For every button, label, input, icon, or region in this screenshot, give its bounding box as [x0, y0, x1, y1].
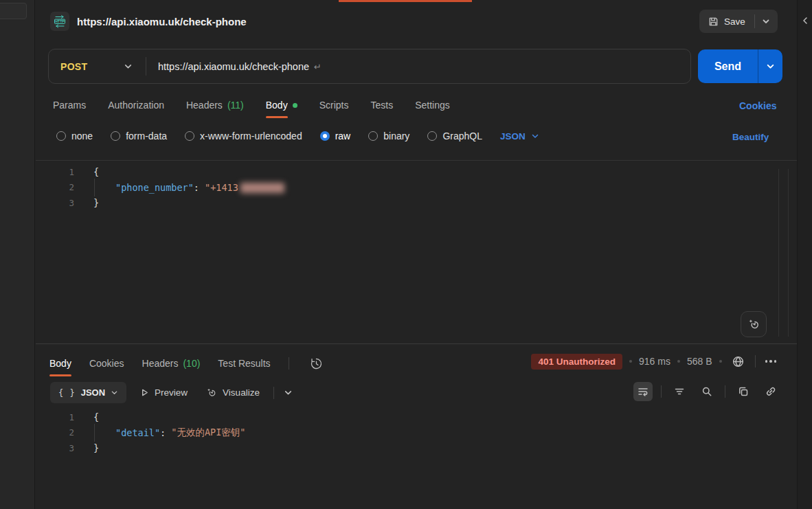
play-icon [140, 388, 149, 397]
response-tab-test-results[interactable]: Test Results [218, 358, 270, 369]
right-rail [797, 0, 812, 509]
radio-icon [56, 131, 66, 141]
tab-headers[interactable]: Headers(11) [186, 100, 244, 111]
response-history-button[interactable] [307, 354, 326, 373]
api-client-window: HTTP https://api.xiaomu.uk/check-phone S… [0, 0, 812, 509]
svg-text:HTTP: HTTP [55, 19, 65, 23]
response-tab-headers[interactable]: Headers(10) [142, 358, 201, 369]
copy-icon [738, 386, 749, 397]
body-type-urlencoded[interactable]: x-www-form-urlencoded [185, 131, 302, 142]
chevron-down-icon [766, 62, 775, 71]
body-type-none[interactable]: none [56, 131, 93, 142]
chevron-down-icon [531, 132, 539, 140]
network-info-button[interactable] [729, 352, 748, 371]
code-line: 2 "detail": "无效的API密钥" [36, 425, 797, 441]
tab-scripts[interactable]: Scripts [319, 100, 349, 111]
response-tab-body[interactable]: Body [49, 358, 71, 369]
body-type-binary[interactable]: binary [368, 131, 409, 142]
active-tab-indicator [339, 0, 472, 2]
body-type-raw[interactable]: raw [320, 131, 351, 142]
indent-guide [93, 425, 115, 441]
response-format-select[interactable]: { } JSON [50, 382, 126, 403]
beautify-link[interactable]: Beautify [732, 132, 769, 142]
body-content-dot [293, 103, 297, 108]
response-size[interactable]: 568 B [687, 356, 712, 367]
search-icon [701, 386, 712, 397]
response-body-editor[interactable]: 1 { 2 "detail": "无效的API密钥" 3 } [36, 409, 797, 456]
save-button-label: Save [724, 16, 745, 27]
method-label: POST [60, 61, 87, 72]
save-button-group: Save [699, 10, 778, 33]
code-line: 3 } [36, 440, 797, 456]
tab-params[interactable]: Params [53, 100, 86, 111]
tab-settings[interactable]: Settings [415, 100, 450, 111]
response-status-cluster: 401 Unauthorized 916 ms 568 B [531, 352, 779, 371]
history-clock-icon [309, 357, 324, 371]
divider [755, 355, 756, 367]
enter-key-hint: ↵ [314, 62, 322, 72]
visualize-button[interactable]: Visualize [201, 387, 264, 398]
status-badge[interactable]: 401 Unauthorized [531, 354, 622, 370]
response-toolbar: { } JSON Preview Visualize [50, 382, 293, 403]
tab-authorization[interactable]: Authorization [108, 100, 164, 111]
code-line: 1 { [36, 409, 797, 425]
separator-dot [629, 360, 632, 363]
more-formats-chevron-icon[interactable] [284, 388, 293, 397]
collapse-panel-arrow-icon[interactable] [801, 16, 809, 25]
left-sidebar [0, 0, 35, 509]
chevron-down-icon [124, 62, 133, 71]
separator-dot [677, 360, 680, 363]
link-icon [765, 386, 776, 397]
chevron-down-icon [762, 17, 770, 25]
sidebar-collapsed-item[interactable] [0, 3, 27, 19]
radio-icon [111, 131, 120, 141]
http-method-icon: HTTP [50, 12, 69, 31]
url-input[interactable]: https://api.xiaomu.uk/check-phone↵ [158, 61, 322, 72]
preview-button[interactable]: Preview [136, 387, 192, 398]
copy-button[interactable] [734, 382, 753, 401]
postbot-button[interactable] [741, 311, 767, 337]
request-body-editor[interactable]: 1 { 2 "phone_number": "+1413 3 } [36, 160, 797, 343]
headers-count: (11) [227, 100, 244, 111]
word-wrap-icon [638, 386, 649, 397]
body-type-graphql[interactable]: GraphQL [427, 131, 482, 142]
radio-icon [185, 131, 194, 141]
response-tab-cookies[interactable]: Cookies [89, 358, 124, 369]
cookies-link[interactable]: Cookies [739, 100, 776, 111]
response-section: Body Cookies Headers(10) Test Results 40… [36, 343, 797, 509]
floppy-disk-icon [708, 16, 719, 27]
save-options-button[interactable] [755, 10, 778, 33]
separator-dot [719, 360, 722, 363]
visualize-sparkle-icon [205, 387, 217, 398]
response-time[interactable]: 916 ms [639, 356, 670, 367]
globe-icon [732, 355, 745, 368]
send-options-button[interactable] [758, 49, 782, 83]
word-wrap-button[interactable] [633, 382, 653, 401]
body-type-row: none form-data x-www-form-urlencoded raw… [56, 131, 539, 142]
body-type-form-data[interactable]: form-data [111, 131, 167, 142]
share-link-button[interactable] [761, 382, 780, 401]
search-button[interactable] [697, 382, 717, 401]
redacted-phone-blur [240, 183, 284, 193]
url-bar-divider [146, 57, 146, 76]
divider [289, 357, 289, 370]
filter-button[interactable] [670, 382, 689, 401]
response-tabs: Body Cookies Headers(10) Test Results [49, 354, 326, 373]
editor-scroll-gutter [778, 169, 779, 337]
divider [661, 385, 662, 398]
tab-tests[interactable]: Tests [370, 100, 393, 111]
divider [725, 385, 725, 398]
save-button[interactable]: Save [699, 10, 754, 33]
code-line: 3 } [36, 195, 797, 211]
tab-body[interactable]: Body [266, 100, 297, 111]
raw-format-select[interactable]: JSON [500, 131, 539, 142]
radio-icon [427, 131, 437, 141]
request-title: https://api.xiaomu.uk/check-phone [77, 16, 247, 27]
method-select[interactable]: POST [49, 61, 146, 72]
response-headers-count: (10) [183, 358, 200, 369]
code-line: 1 { [36, 164, 797, 180]
send-button[interactable]: Send [698, 49, 758, 83]
radio-icon [368, 131, 378, 141]
send-button-group: Send [698, 49, 782, 83]
more-options-button[interactable] [763, 357, 780, 365]
